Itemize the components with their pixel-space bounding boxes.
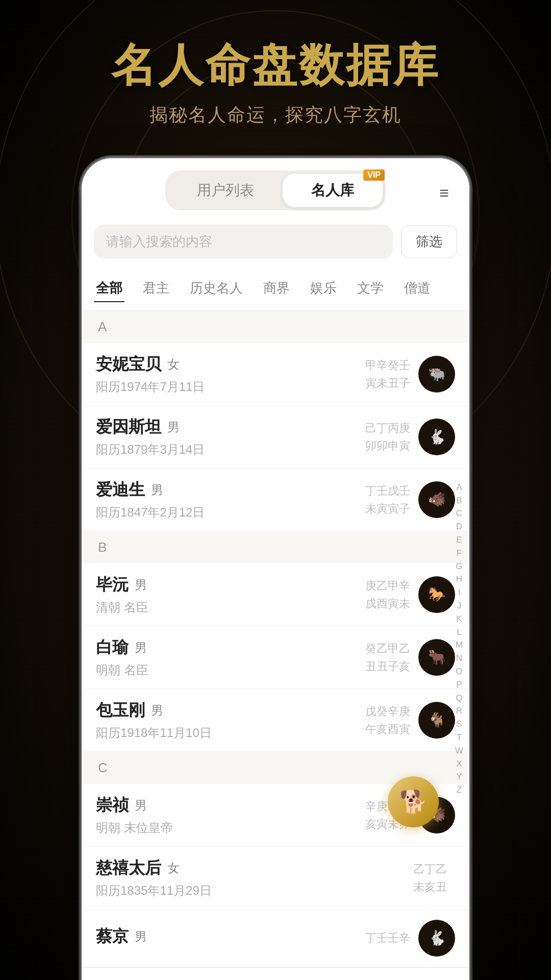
item-avatar: 🐇 [418, 419, 455, 455]
alpha-b[interactable]: B [455, 495, 463, 507]
section-header-a: A [82, 311, 469, 343]
item-date: 阳历1835年11月29日 [96, 883, 413, 899]
category-junzhu[interactable]: 君主 [141, 275, 171, 302]
alpha-s[interactable]: S [455, 719, 463, 731]
list-item-einstein[interactable]: 爱因斯坦 男 阳历1879年3月14日 己丁丙庚 卯卯申寅 🐇 [82, 406, 469, 469]
section-header-b: B [82, 531, 469, 564]
item-info: 蔡京 男 [96, 925, 365, 951]
alpha-g[interactable]: G [455, 560, 463, 573]
category-business[interactable]: 商界 [261, 275, 292, 302]
alpha-h[interactable]: H [455, 574, 463, 586]
alpha-m[interactable]: M [455, 640, 463, 652]
alpha-l[interactable]: L [455, 626, 463, 639]
category-entertainment[interactable]: 娱乐 [308, 275, 339, 302]
item-date: 阳历1974年7月11日 [96, 379, 365, 395]
item-name: 慈禧太后 女 [96, 857, 413, 879]
search-placeholder: 请输入搜索的内容 [106, 233, 212, 251]
alpha-o[interactable]: O [455, 666, 463, 678]
page-subtitle: 揭秘名人命运，探究八字玄机 [149, 103, 402, 128]
alpha-a[interactable]: A [455, 481, 463, 494]
item-info: 崇祯 男 明朝 末位皇帝 [96, 794, 365, 836]
category-all[interactable]: 全部 [94, 275, 124, 302]
item-name: 毕沅 男 [96, 574, 365, 596]
item-avatar: 🐇 [418, 920, 455, 957]
alpha-x[interactable]: X [455, 758, 463, 770]
item-name: 白瑜 男 [96, 636, 365, 659]
tab-celebrity-db[interactable]: 名人库 VIP [283, 174, 383, 207]
alpha-n[interactable]: N [455, 653, 463, 665]
category-history[interactable]: 历史名人 [188, 275, 245, 302]
list-item-caijing[interactable]: 蔡京 男 丁壬壬辛 🐇 [82, 910, 469, 967]
alpha-q[interactable]: Q [455, 692, 463, 704]
item-chars: 庚乙甲辛 戌酉寅未 [365, 577, 410, 612]
alpha-z[interactable]: Z [455, 785, 463, 797]
alpha-y[interactable]: Y [455, 771, 463, 783]
alpha-r[interactable]: R [455, 705, 463, 718]
item-chars: 乙丁乙 未亥丑 [413, 860, 447, 896]
alpha-w[interactable]: W [455, 745, 463, 757]
item-name: 安妮宝贝 女 [96, 353, 365, 376]
item-name: 包玉刚 男 [96, 699, 365, 722]
item-avatar: 🐂 [418, 639, 455, 676]
alpha-f[interactable]: F [455, 547, 463, 559]
alpha-p[interactable]: P [455, 679, 463, 691]
list-item-baoyu[interactable]: 包玉刚 男 阳历1918年11月10日 戊癸辛庚 午亥酉寅 🐐 [82, 689, 469, 752]
alpha-d[interactable]: D [455, 521, 463, 533]
alpha-i[interactable]: I [455, 587, 463, 599]
tab-user-list[interactable]: 用户列表 [168, 174, 283, 207]
menu-icon[interactable]: ≡ [439, 183, 449, 202]
list-item-baiyu[interactable]: 白瑜 男 明朝 名臣 癸乙甲乙 丑丑子亥 🐂 [82, 626, 469, 689]
item-info: 白瑜 男 明朝 名臣 [96, 636, 365, 678]
item-avatar: 🐃 [418, 356, 455, 393]
phone-mockup: 用户列表 名人库 VIP ≡ 请输入搜索的内容 筛选 全部 君主 历史名人 商界… [82, 158, 469, 980]
item-date: 明朝 名臣 [96, 662, 365, 678]
main-content: 名人命盘数据库 揭秘名人命运，探究八字玄机 用户列表 名人库 VIP ≡ 请输入… [0, 0, 551, 980]
alpha-c[interactable]: C [455, 508, 463, 520]
alpha-t[interactable]: T [455, 731, 463, 744]
item-date: 清朝 名臣 [96, 599, 365, 616]
item-name: 崇祯 男 [96, 794, 365, 817]
item-chars: 丁壬壬辛 [365, 929, 410, 947]
list-item-edison[interactable]: 爱迪生 男 阳历1847年2月12日 丁壬戊壬 未寅寅子 🐗 [82, 469, 469, 531]
bottom-navigation: ☯ 📖 [82, 967, 469, 980]
search-bar: 请输入搜索的内容 筛选 [82, 216, 469, 267]
item-date: 阳历1847年2月12日 [96, 504, 365, 521]
alpha-j[interactable]: J [455, 600, 463, 612]
item-info: 毕沅 男 清朝 名臣 [96, 574, 365, 616]
category-monks[interactable]: 僧道 [402, 275, 433, 302]
item-name: 爱因斯坦 男 [96, 416, 365, 438]
item-name: 爱迪生 男 [96, 479, 365, 501]
alphabet-sidebar: A B C D E F G H I J K L M N O P Q R S T [455, 481, 463, 796]
item-avatar: 🐎 [418, 576, 455, 613]
alpha-k[interactable]: K [455, 613, 463, 625]
tab-group: 用户列表 名人库 VIP [165, 170, 386, 210]
item-chars: 己丁丙庚 卯卯申寅 [365, 419, 410, 455]
tab-bar: 用户列表 名人库 VIP ≡ [82, 158, 469, 216]
item-chars: 戊癸辛庚 午亥酉寅 [365, 702, 410, 738]
list-item-biyuan[interactable]: 毕沅 男 清朝 名臣 庚乙甲辛 戌酉寅未 🐎 [82, 564, 469, 626]
item-date: 明朝 末位皇帝 [96, 820, 365, 836]
filter-button[interactable]: 筛选 [401, 225, 457, 258]
celebrity-list: A 安妮宝贝 女 阳历1974年7月11日 甲辛癸壬 寅未丑子 🐃 [82, 311, 469, 967]
list-item-cixi[interactable]: 慈禧太后 女 阳历1835年11月29日 乙丁乙 未亥丑 🐕 [82, 847, 469, 910]
item-name: 蔡京 男 [96, 925, 365, 948]
item-info: 爱因斯坦 男 阳历1879年3月14日 [96, 416, 365, 458]
vip-badge: VIP [363, 169, 385, 181]
item-info: 爱迪生 男 阳历1847年2月12日 [96, 479, 365, 521]
search-input-wrap[interactable]: 请输入搜索的内容 [94, 225, 393, 259]
item-info: 安妮宝贝 女 阳历1974年7月11日 [96, 353, 365, 395]
item-date: 阳历1879年3月14日 [96, 442, 365, 458]
item-avatar: 🐐 [418, 702, 455, 739]
item-info: 慈禧太后 女 阳历1835年11月29日 [96, 857, 413, 899]
item-date: 阳历1918年11月10日 [96, 725, 365, 741]
item-avatar: 🐗 [418, 481, 455, 518]
category-bar: 全部 君主 历史名人 商界 娱乐 文学 僧道 [82, 267, 469, 311]
item-chars: 甲辛癸壬 寅未丑子 [365, 356, 410, 392]
item-info: 包玉刚 男 阳历1918年11月10日 [96, 699, 365, 741]
item-avatar-cixi: 🐕 [388, 776, 439, 827]
list-item-annibaobei[interactable]: 安妮宝贝 女 阳历1974年7月11日 甲辛癸壬 寅未丑子 🐃 [82, 343, 469, 406]
item-chars: 丁壬戊壬 未寅寅子 [365, 482, 410, 518]
alpha-e[interactable]: E [455, 534, 463, 546]
item-chars: 癸乙甲乙 丑丑子亥 [365, 640, 410, 675]
category-literature[interactable]: 文学 [355, 275, 386, 302]
